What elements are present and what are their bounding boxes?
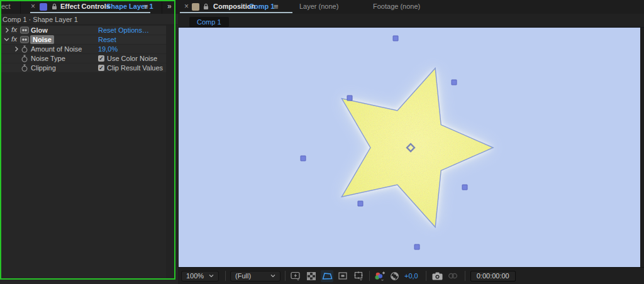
effect-row-glow[interactable]: fx Glow Reset Options… (1, 26, 166, 35)
toolbar-divider (426, 271, 426, 281)
property-value[interactable]: 19,0% (98, 45, 118, 53)
chevron-right-icon[interactable] (14, 46, 19, 52)
grid-guide-options-icon[interactable] (352, 270, 365, 282)
reset-link[interactable]: Reset (98, 26, 116, 34)
layer-label-color-swatch[interactable] (40, 3, 47, 11)
toolbar-divider (285, 271, 286, 281)
reset-link[interactable]: Reset (98, 36, 116, 43)
stopwatch-icon[interactable] (21, 64, 28, 72)
transparency-grid-icon[interactable] (305, 270, 318, 282)
effect-controls-panel: ect × Effect Controls Shape Layer 1 ≡ » … (0, 0, 178, 284)
close-tab-icon[interactable]: × (31, 2, 35, 11)
tab-divider (20, 0, 21, 14)
property-row-clipping[interactable]: Clipping ✓ Clip Result Values (1, 63, 166, 72)
stopwatch-icon[interactable] (21, 45, 28, 53)
path-vertex-handle[interactable] (462, 185, 467, 190)
path-vertex-handle[interactable] (414, 244, 419, 249)
chevron-right-icon[interactable] (4, 28, 9, 33)
show-snapshot-icon[interactable] (447, 270, 459, 282)
property-row-noise-type[interactable]: Noise Type ✓ Use Color Noise (1, 54, 166, 63)
fx-badge: fx (11, 26, 17, 33)
chevron-down-icon (209, 274, 214, 278)
tab-overflow-icon[interactable]: » (167, 2, 172, 11)
toolbar-divider (225, 271, 226, 281)
breadcrumb: Comp 1 · Shape Layer 1 (0, 14, 178, 25)
tab-divider (162, 0, 162, 14)
chevron-down-icon (270, 274, 275, 278)
property-name: Clipping (31, 64, 56, 72)
toolbar-divider (369, 271, 370, 281)
property-row-amount-of-noise[interactable]: Amount of Noise 19,0% (1, 45, 166, 53)
composition-tab-target[interactable]: Comp 1 (249, 3, 274, 10)
path-vertex-handle[interactable] (347, 96, 352, 101)
viewer-subtab-row: Comp 1 (178, 14, 644, 28)
tab-footage[interactable]: Footage (none) (373, 3, 420, 10)
comp-label-color-swatch[interactable] (192, 3, 199, 11)
effect-icon (20, 26, 29, 34)
toolbar-divider (465, 271, 465, 281)
effect-name[interactable]: Glow (31, 26, 48, 34)
star-shape-layer[interactable] (341, 68, 493, 227)
path-vertex-handle[interactable] (301, 156, 306, 161)
region-of-interest-icon[interactable] (336, 270, 349, 282)
options-link[interactable]: Options… (118, 26, 149, 34)
checkbox-label[interactable]: Clip Result Values (107, 64, 163, 72)
effect-icon (20, 36, 29, 43)
effect-row-noise[interactable]: fx Noise Reset (1, 35, 166, 44)
after-effects-window: ect × Effect Controls Shape Layer 1 ≡ » … (0, 0, 644, 284)
checkbox-checked[interactable]: ✓ (98, 55, 104, 62)
comp-subtab[interactable]: Comp 1 (189, 17, 229, 27)
mask-path-visibility-icon[interactable] (321, 270, 333, 282)
panel-scroll-gutter (166, 25, 175, 280)
effect-controls-tab-title[interactable]: Effect Controls (60, 3, 110, 10)
checkbox-label[interactable]: Use Color Noise (107, 55, 157, 62)
tab-layer[interactable]: Layer (none) (299, 3, 338, 10)
exposure-value[interactable]: +0,0 (404, 272, 418, 280)
property-name: Amount of Noise (31, 45, 82, 53)
active-tab-underline (180, 12, 292, 13)
effect-name-selected[interactable]: Noise (30, 35, 54, 44)
effect-controls-tabbar: ect × Effect Controls Shape Layer 1 ≡ » (0, 0, 178, 14)
fx-badge: fx (11, 35, 17, 43)
current-time-display[interactable]: 0:00:00:00 (470, 271, 516, 281)
checkbox-checked[interactable]: ✓ (98, 65, 104, 71)
chevron-down-icon[interactable] (4, 37, 9, 42)
panel-menu-icon[interactable]: ≡ (143, 2, 148, 11)
lock-icon[interactable] (52, 3, 57, 11)
composition-canvas[interactable] (179, 28, 640, 267)
effect-rows: fx Glow Reset Options… fx Noise Reset Am… (1, 26, 166, 73)
lock-icon[interactable] (203, 3, 209, 11)
adjust-exposure-icon[interactable] (388, 270, 401, 282)
property-name: Noise Type (31, 55, 65, 62)
path-vertex-handle[interactable] (393, 36, 398, 41)
active-tab-underline (30, 12, 150, 13)
viewer-tabbar: × Composition Comp 1 ≡ Layer (none) Foot… (178, 0, 644, 14)
panel-menu-icon[interactable]: ≡ (274, 2, 279, 11)
composition-svg (179, 28, 640, 267)
path-vertex-handle[interactable] (358, 201, 363, 206)
close-tab-icon[interactable]: × (184, 2, 189, 11)
take-snapshot-icon[interactable] (431, 270, 444, 282)
show-channel-icon[interactable] (373, 270, 386, 282)
viewer-toolbar: 100% (Full) (178, 267, 644, 284)
path-vertex-handle[interactable] (452, 80, 457, 85)
fast-previews-icon[interactable] (289, 270, 302, 282)
composition-viewer-panel: × Composition Comp 1 ≡ Layer (none) Foot… (178, 0, 644, 284)
stopwatch-icon[interactable] (21, 55, 28, 63)
project-tab-partial-label[interactable]: ect (1, 3, 11, 10)
resolution-dropdown[interactable]: (Full) (230, 271, 280, 281)
magnification-dropdown[interactable]: 100% (181, 271, 219, 281)
